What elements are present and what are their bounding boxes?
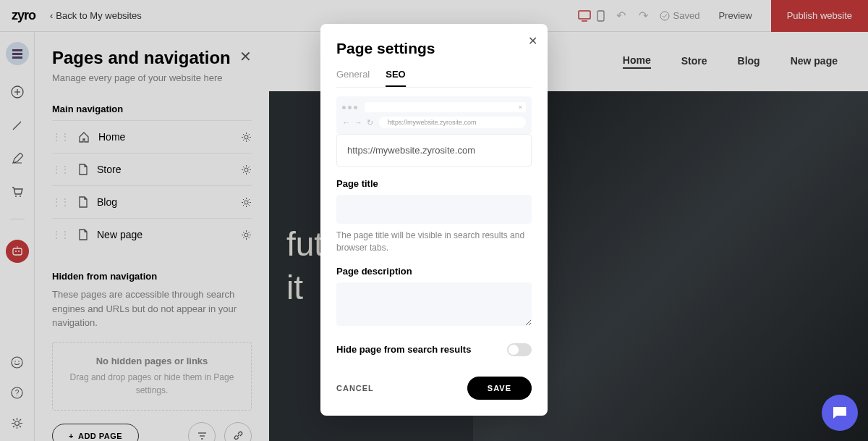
arrow-left-icon: ← (342, 118, 350, 127)
cancel-button[interactable]: CANCEL (336, 384, 374, 392)
browser-preview: × ← → ↻ https://mywebsite.zyrosite.com (336, 96, 532, 134)
modal-close-button[interactable]: ✕ (528, 34, 537, 48)
chat-icon (831, 405, 848, 421)
reload-icon: ↻ (367, 118, 373, 127)
preview-url: https://mywebsite.zyrosite.com (379, 117, 526, 128)
hide-page-toggle[interactable] (507, 343, 532, 356)
close-icon: × (519, 104, 522, 111)
save-button[interactable]: SAVE (467, 377, 532, 400)
page-description-label: Page description (336, 266, 532, 277)
hide-page-label: Hide page from search results (336, 344, 471, 355)
tab-general[interactable]: General (336, 69, 370, 87)
arrow-right-icon: → (354, 118, 362, 127)
modal-title: Page settings (336, 40, 532, 57)
page-settings-modal: ✕ Page settings General SEO × ← → ↻ http… (320, 24, 548, 416)
page-description-input[interactable] (336, 282, 532, 326)
page-title-hint: The page title will be visible in search… (336, 230, 532, 254)
page-url-display: https://mywebsite.zyrosite.com (336, 134, 532, 167)
tab-seo[interactable]: SEO (386, 69, 405, 87)
page-title-label: Page title (336, 178, 532, 189)
page-title-input[interactable] (336, 195, 532, 224)
chat-button[interactable] (822, 395, 858, 431)
